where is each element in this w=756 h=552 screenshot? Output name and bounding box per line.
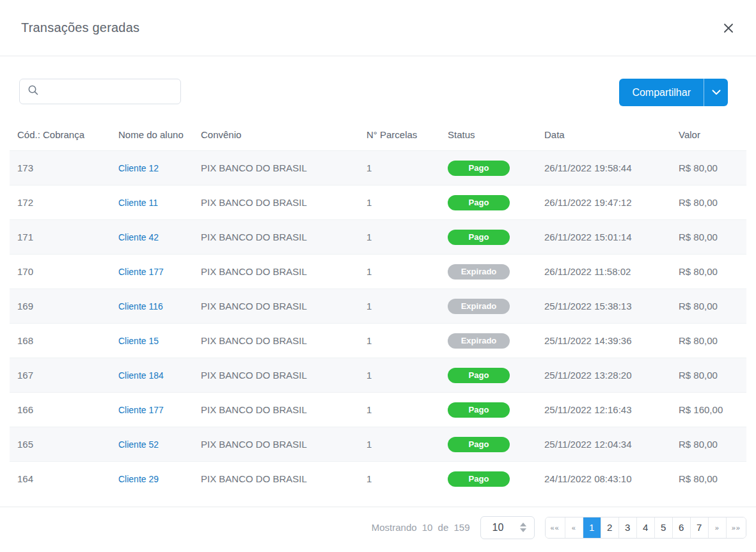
pagination-page-6[interactable]: 6 (672, 517, 690, 538)
cell-data: 25/11/2022 12:16:43 (537, 393, 671, 427)
student-link[interactable]: Cliente 12 (118, 163, 159, 173)
share-dropdown-button[interactable] (704, 79, 728, 106)
cell-aluno: Cliente 177 (111, 393, 193, 427)
column-header-1: Nome do aluno (111, 122, 193, 151)
cell-convenio: PIX BANCO DO BRASIL (193, 358, 359, 393)
status-badge: Pago (448, 402, 510, 418)
cell-aluno: Cliente 52 (111, 427, 193, 462)
pagination: «««1234567»»» (545, 517, 747, 539)
pagination-arrow-button[interactable]: « (565, 517, 583, 538)
cell-status: Expirado (440, 289, 537, 324)
close-icon (723, 26, 734, 36)
cell-valor: R$ 80,00 (671, 220, 746, 255)
cell-parcelas: 1 (359, 324, 440, 358)
status-badge: Expirado (448, 333, 510, 349)
cell-aluno: Cliente 42 (111, 220, 193, 255)
column-header-6: Valor (671, 122, 746, 151)
cell-data: 26/11/2022 19:47:12 (537, 185, 671, 220)
student-link[interactable]: Cliente 29 (118, 474, 159, 484)
student-link[interactable]: Cliente 177 (118, 267, 164, 277)
cell-aluno: Cliente 29 (111, 462, 193, 496)
pagination-page-4[interactable]: 4 (636, 517, 654, 538)
cell-valor: R$ 80,00 (671, 427, 746, 462)
table-body: 173Cliente 12PIX BANCO DO BRASIL1Pago26/… (10, 151, 746, 496)
table-row: 171Cliente 42PIX BANCO DO BRASIL1Pago26/… (10, 220, 746, 255)
cell-parcelas: 1 (359, 427, 440, 462)
close-button[interactable] (720, 20, 737, 36)
cell-parcelas: 1 (359, 185, 440, 220)
column-header-0: Cód.: Cobrança (10, 122, 111, 151)
cell-data: 25/11/2022 14:39:36 (537, 324, 671, 358)
pagination-arrow-button[interactable]: » (708, 517, 726, 538)
table-row: 168Cliente 15PIX BANCO DO BRASIL1Expirad… (10, 324, 746, 358)
table-row: 164Cliente 29PIX BANCO DO BRASIL1Pago24/… (10, 462, 746, 496)
cell-cod: 165 (10, 427, 111, 462)
cell-parcelas: 1 (359, 255, 440, 289)
student-link[interactable]: Cliente 11 (118, 198, 158, 208)
cell-convenio: PIX BANCO DO BRASIL (193, 462, 359, 496)
cell-data: 25/11/2022 15:38:13 (537, 289, 671, 324)
cell-convenio: PIX BANCO DO BRASIL (193, 255, 359, 289)
cell-convenio: PIX BANCO DO BRASIL (193, 220, 359, 255)
search-input[interactable] (45, 86, 173, 97)
student-link[interactable]: Cliente 15 (118, 336, 159, 346)
status-badge: Pago (448, 437, 510, 452)
cell-aluno: Cliente 116 (111, 289, 193, 324)
table-footer: Mostrando 10 de 159 10 «««1234567»»» (0, 507, 756, 552)
cell-status: Pago (440, 151, 537, 185)
column-header-3: N° Parcelas (359, 122, 440, 151)
student-link[interactable]: Cliente 184 (118, 370, 164, 381)
share-button[interactable]: Compartilhar (619, 79, 704, 106)
cell-status: Pago (440, 358, 537, 393)
status-badge: Pago (448, 230, 510, 245)
student-link[interactable]: Cliente 177 (118, 405, 164, 415)
pagination-page-2[interactable]: 2 (601, 517, 618, 538)
cell-data: 24/11/2022 08:43:10 (537, 462, 671, 496)
cell-cod: 168 (10, 324, 111, 358)
cell-valor: R$ 80,00 (671, 255, 746, 289)
cell-status: Expirado (440, 324, 537, 358)
cell-parcelas: 1 (359, 289, 440, 324)
cell-cod: 173 (10, 151, 111, 185)
status-badge: Expirado (448, 264, 510, 280)
cell-parcelas: 1 (359, 358, 440, 393)
table-row: 167Cliente 184PIX BANCO DO BRASIL1Pago25… (10, 358, 746, 393)
status-badge: Pago (448, 368, 510, 383)
transactions-table: Cód.: CobrançaNome do alunoConvênioN° Pa… (10, 122, 746, 496)
pagination-arrow-button[interactable]: «« (546, 517, 565, 538)
cell-data: 25/11/2022 12:04:34 (537, 427, 671, 462)
student-link[interactable]: Cliente 42 (118, 232, 159, 242)
cell-parcelas: 1 (359, 393, 440, 427)
cell-aluno: Cliente 177 (111, 255, 193, 289)
cell-data: 26/11/2022 11:58:02 (537, 255, 671, 289)
pagination-arrow-button[interactable]: »» (726, 517, 746, 538)
student-link[interactable]: Cliente 116 (118, 301, 163, 311)
cell-parcelas: 1 (359, 220, 440, 255)
student-link[interactable]: Cliente 52 (118, 439, 159, 450)
cell-cod: 171 (10, 220, 111, 255)
pagination-page-3[interactable]: 3 (618, 517, 636, 538)
column-header-2: Convênio (193, 122, 359, 151)
search-box[interactable] (19, 79, 181, 104)
pagination-page-7[interactable]: 7 (690, 517, 708, 538)
cell-convenio: PIX BANCO DO BRASIL (193, 324, 359, 358)
cell-parcelas: 1 (359, 151, 440, 185)
cell-status: Expirado (440, 255, 537, 289)
cell-data: 26/11/2022 19:58:44 (537, 151, 671, 185)
cell-status: Pago (440, 185, 537, 220)
page-size-stepper[interactable]: 10 (480, 516, 535, 539)
table-row: 165Cliente 52PIX BANCO DO BRASIL1Pago25/… (10, 427, 746, 462)
cell-cod: 164 (10, 462, 111, 496)
cell-aluno: Cliente 11 (111, 185, 193, 220)
cell-cod: 169 (10, 289, 111, 324)
cell-status: Pago (440, 462, 537, 496)
pagination-page-1[interactable]: 1 (583, 517, 601, 538)
table-row: 172Cliente 11PIX BANCO DO BRASIL1Pago26/… (10, 185, 746, 220)
cell-convenio: PIX BANCO DO BRASIL (193, 393, 359, 427)
modal-header: Transações geradas (0, 0, 756, 56)
cell-status: Pago (440, 220, 537, 255)
cell-aluno: Cliente 15 (111, 324, 193, 358)
cell-status: Pago (440, 427, 537, 462)
generated-transactions-modal: Transações geradas Compartilhar (0, 0, 756, 552)
pagination-page-5[interactable]: 5 (654, 517, 672, 538)
